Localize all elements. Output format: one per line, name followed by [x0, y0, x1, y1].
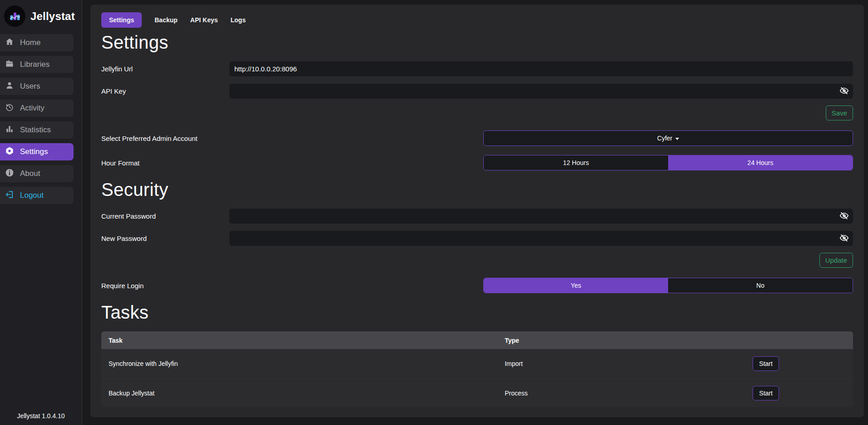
current-password-visibility-toggle[interactable] [838, 210, 850, 223]
security-heading: Security [101, 180, 853, 200]
sidebar-item-about[interactable]: About [0, 165, 74, 182]
settings-icon [5, 146, 14, 158]
new-password-visibility-toggle[interactable] [838, 232, 850, 245]
table-row-backup: Backup Jellystat Process Start [101, 378, 853, 407]
hour-format-24-option[interactable]: 24 Hours [668, 155, 853, 170]
tab-settings[interactable]: Settings [101, 12, 142, 28]
require-login-no-option[interactable]: No [668, 278, 853, 293]
hour-format-toggle: 12 Hours 24 Hours [483, 155, 853, 170]
activity-icon [5, 103, 14, 114]
new-password-label: New Password [101, 235, 229, 242]
tasks-heading: Tasks [101, 302, 853, 323]
require-login-yes-option[interactable]: Yes [484, 278, 668, 293]
start-backup-button[interactable]: Start [753, 386, 779, 400]
settings-heading: Settings [101, 32, 853, 53]
require-login-row: Require Login Yes No [101, 278, 853, 293]
sidebar-item-logout[interactable]: Logout [0, 187, 74, 204]
tab-bar: Settings Backup API Keys Logs [101, 12, 853, 28]
admin-account-row: Select Preferred Admin Account Cyfer [101, 130, 853, 146]
tab-logs[interactable]: Logs [231, 16, 246, 24]
sidebar-item-label: Activity [20, 104, 45, 113]
jellystat-logo-icon [4, 5, 25, 27]
update-button[interactable]: Update [819, 253, 853, 268]
logout-icon [5, 190, 14, 201]
sidebar-item-label: About [20, 169, 40, 178]
users-icon [5, 81, 14, 92]
current-password-label: Current Password [101, 212, 229, 220]
libraries-icon [5, 59, 14, 70]
sidebar-item-users[interactable]: Users [0, 78, 74, 95]
eye-slash-icon [839, 211, 849, 222]
sidebar-item-label: Users [20, 82, 40, 91]
chevron-down-icon [675, 138, 679, 140]
current-password-row: Current Password [101, 209, 853, 224]
task-type: Process [497, 390, 745, 397]
new-password-row: New Password [101, 231, 853, 246]
app-logo: Jellystat [0, 0, 82, 34]
sidebar-item-label: Home [20, 38, 40, 47]
current-password-input[interactable] [229, 209, 853, 224]
sidebar-item-label: Statistics [20, 125, 51, 135]
api-key-input[interactable] [229, 84, 853, 99]
tab-api-keys[interactable]: API Keys [190, 16, 218, 24]
sidebar-item-libraries[interactable]: Libraries [0, 56, 74, 73]
table-row-sync: Synchronize with Jellyfin Import Start [101, 349, 853, 378]
app-version: Jellystat 1.0.4.10 [0, 412, 82, 420]
task-name: Synchronize with Jellyfin [101, 360, 497, 367]
jellyfin-url-input[interactable] [229, 61, 853, 76]
home-icon [5, 37, 14, 49]
sidebar-item-settings[interactable]: Settings [0, 143, 74, 160]
require-login-label: Require Login [101, 282, 483, 290]
sidebar-item-statistics[interactable]: Statistics [0, 121, 74, 139]
admin-account-label: Select Preferred Admin Account [101, 135, 483, 142]
sidebar-item-activity[interactable]: Activity [0, 100, 74, 117]
sidebar-item-label: Libraries [20, 60, 50, 69]
sidebar-item-label: Logout [20, 191, 44, 200]
task-name: Backup Jellystat [101, 390, 497, 397]
admin-account-selected: Cyfer [657, 135, 672, 142]
start-sync-button[interactable]: Start [753, 356, 779, 371]
hour-format-row: Hour Format 12 Hours 24 Hours [101, 155, 853, 170]
column-header-type: Type [497, 337, 745, 344]
sidebar-item-label: Settings [20, 147, 48, 156]
new-password-input[interactable] [229, 231, 853, 246]
api-key-row: API Key [101, 84, 853, 99]
jellyfin-url-row: Jellyfin Url [101, 61, 853, 76]
tasks-table-header: Task Type [101, 331, 853, 349]
task-type: Import [497, 360, 745, 367]
eye-slash-icon [839, 233, 849, 244]
hour-format-12-option[interactable]: 12 Hours [484, 155, 668, 170]
eye-slash-icon [839, 86, 849, 97]
sidebar-nav: Home Libraries Users Activity [0, 34, 82, 204]
hour-format-label: Hour Format [101, 159, 483, 167]
about-icon [5, 168, 14, 180]
main-panel: Settings Backup API Keys Logs Settings J… [90, 5, 864, 417]
save-button[interactable]: Save [826, 105, 853, 120]
sidebar: Jellystat Home Libraries Users [0, 0, 82, 425]
api-key-visibility-toggle[interactable] [838, 85, 850, 98]
statistics-icon [5, 125, 14, 136]
admin-account-dropdown[interactable]: Cyfer [483, 130, 853, 146]
require-login-toggle: Yes No [483, 278, 853, 293]
tasks-table: Task Type Synchronize with Jellyfin Impo… [101, 331, 853, 407]
api-key-label: API Key [101, 87, 229, 95]
sidebar-item-home[interactable]: Home [0, 34, 74, 51]
app-title: Jellystat [30, 10, 75, 23]
jellyfin-url-label: Jellyfin Url [101, 65, 229, 73]
column-header-task: Task [101, 337, 497, 344]
tab-backup[interactable]: Backup [154, 16, 178, 24]
